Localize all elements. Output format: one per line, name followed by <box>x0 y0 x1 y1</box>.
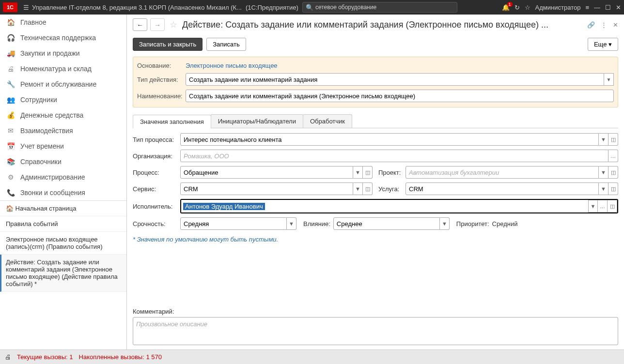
nav-item-11[interactable]: 📞Звонки и сообщения <box>0 185 126 200</box>
action-type-input[interactable] <box>186 73 604 86</box>
menu-dots-icon[interactable]: ⋮ <box>601 21 607 29</box>
star-icon[interactable]: ☆ <box>525 4 530 11</box>
project-dropdown[interactable]: ▼ <box>599 166 608 179</box>
hamburger-icon[interactable]: ☰ <box>23 4 29 11</box>
org-ellipsis[interactable]: … <box>608 150 618 162</box>
search-input[interactable] <box>315 4 454 11</box>
name-label: Наименование: <box>137 92 182 100</box>
usluga-input[interactable] <box>406 182 599 195</box>
project-open[interactable]: ◫ <box>608 166 618 179</box>
nav-icon: 🚚 <box>6 49 16 57</box>
minimize-icon[interactable]: — <box>594 4 600 11</box>
nav-icon: 🏠 <box>6 18 16 26</box>
forward-button[interactable]: → <box>150 18 165 31</box>
back-button[interactable]: ← <box>133 18 147 31</box>
print-icon[interactable]: 🖨 <box>5 353 11 361</box>
app-logo: 1C <box>3 2 17 12</box>
process-dropdown[interactable]: ▼ <box>353 166 363 179</box>
nav-label: Техническая поддержка <box>20 34 96 42</box>
impact-input[interactable] <box>333 217 440 230</box>
info-panel: Основание: Электронное письмо входящее Т… <box>133 57 618 107</box>
open-tab-1[interactable]: Правила событий <box>0 216 126 232</box>
tab-handler[interactable]: Обработчик <box>303 114 352 128</box>
nav-item-8[interactable]: 📅Учет времени <box>0 138 126 154</box>
nav-item-5[interactable]: 👥Сотрудники <box>0 92 126 107</box>
executor-open[interactable]: ◫ <box>608 200 617 212</box>
urgency-dropdown[interactable]: ▼ <box>287 217 296 230</box>
action-type-dropdown[interactable]: ▼ <box>604 73 614 86</box>
nav-icon: 📚 <box>6 158 16 166</box>
executor-dropdown[interactable]: ▼ <box>588 200 598 212</box>
close-icon[interactable]: ✕ <box>616 4 621 11</box>
nav-item-7[interactable]: ✉Взаимодействия <box>0 123 126 138</box>
nav-item-1[interactable]: 🎧Техническая поддержка <box>0 30 126 46</box>
app-title-2: (1С:Предприятие) <box>246 4 298 11</box>
favorite-icon[interactable]: ☆ <box>170 19 177 30</box>
settings-icon[interactable]: ≡ <box>585 4 589 11</box>
service-open[interactable]: ◫ <box>363 182 373 195</box>
bell-icon[interactable]: 🔔1 <box>502 4 510 11</box>
open-tab-3[interactable]: Действие: Создать задание или комментари… <box>0 255 126 292</box>
name-input[interactable] <box>186 90 614 102</box>
nav-item-0[interactable]: 🏠Главное <box>0 15 126 30</box>
nav-label: Администрирование <box>20 173 85 181</box>
impact-dropdown[interactable]: ▼ <box>440 217 450 230</box>
accumulated-calls: Накопленные вызовы: 1 570 <box>79 353 162 361</box>
tab-initiators[interactable]: Инициаторы/Наблюдатели <box>211 114 303 128</box>
save-button[interactable]: Записать <box>206 38 246 51</box>
nav-item-10[interactable]: ⚙Администрирование <box>0 169 126 185</box>
process-type-open[interactable]: ◫ <box>608 133 618 146</box>
usluga-dropdown[interactable]: ▼ <box>599 182 608 195</box>
maximize-icon[interactable]: ☐ <box>605 4 611 11</box>
impact-label: Влияние: <box>303 220 330 228</box>
more-button[interactable]: Еще ▾ <box>588 38 618 51</box>
default-note: * Значения по умолчанию могут быть пусты… <box>133 236 618 243</box>
current-calls: Текущие вызовы: 1 <box>17 353 73 361</box>
global-search[interactable]: 🔍 <box>302 2 457 13</box>
nav-label: Взаимодействия <box>20 127 73 135</box>
nav-icon: 🎧 <box>6 34 16 42</box>
close-tab-icon[interactable]: ✕ <box>613 21 618 29</box>
nav-item-4[interactable]: 🔧Ремонт и обслуживание <box>0 76 126 92</box>
nav-icon: 🖨 <box>6 65 16 73</box>
save-close-button[interactable]: Записать и закрыть <box>133 38 203 51</box>
nav-item-6[interactable]: 💰Денежные средства <box>0 107 126 123</box>
nav-item-3[interactable]: 🖨Номенклатура и склад <box>0 61 126 76</box>
nav-icon: 💰 <box>6 111 16 119</box>
project-label: Проект: <box>378 169 403 176</box>
service-label: Сервис: <box>133 185 177 193</box>
service-dropdown[interactable]: ▼ <box>353 182 363 195</box>
usluga-open[interactable]: ◫ <box>608 182 618 195</box>
nav-icon: 📞 <box>6 189 16 197</box>
user-label[interactable]: Администратор <box>535 4 581 11</box>
urgency-label: Срочность: <box>133 220 177 228</box>
executor-input[interactable]: Антонов Эдуард Иванович <box>183 203 265 210</box>
project-input[interactable] <box>406 166 599 179</box>
link-icon[interactable]: 🔗 <box>587 21 595 29</box>
nav-item-2[interactable]: 🚚Закупки и продажи <box>0 46 126 61</box>
action-type-label: Тип действия: <box>137 76 182 83</box>
nav-item-9[interactable]: 📚Справочники <box>0 154 126 169</box>
nav-icon: 👥 <box>6 96 16 104</box>
tab-values[interactable]: Значения заполнения <box>133 115 211 128</box>
process-type-dropdown[interactable]: ▼ <box>599 133 608 146</box>
process-input[interactable] <box>180 166 353 179</box>
process-type-label: Тип процесса: <box>133 136 177 143</box>
search-icon: 🔍 <box>306 4 313 11</box>
statusbar: 🖨 Текущие вызовы: 1 Накопленные вызовы: … <box>0 349 624 364</box>
org-input[interactable] <box>180 150 608 162</box>
service-input[interactable] <box>180 182 353 195</box>
open-tab-0[interactable]: 🏠 Начальная страница <box>0 201 126 216</box>
nav-label: Справочники <box>20 158 62 166</box>
basis-link[interactable]: Электронное письмо входящее <box>186 62 278 69</box>
nav-icon: 🔧 <box>6 80 16 88</box>
open-tab-2[interactable]: Электронное письмо входящее (запись)(crm… <box>0 232 126 255</box>
executor-ellipsis[interactable]: … <box>598 200 608 212</box>
comment-textarea[interactable] <box>133 317 618 345</box>
process-open[interactable]: ◫ <box>363 166 373 179</box>
process-type-input[interactable] <box>180 133 599 146</box>
nav-label: Ремонт и обслуживание <box>20 80 96 88</box>
urgency-input[interactable] <box>180 217 287 230</box>
nav-label: Звонки и сообщения <box>20 189 85 197</box>
history-icon[interactable]: ↻ <box>515 4 520 11</box>
